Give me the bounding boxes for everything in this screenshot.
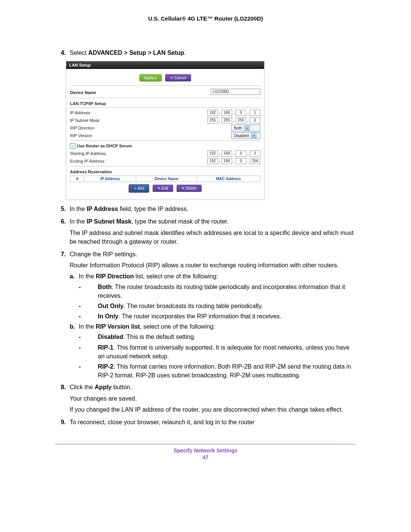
th-num: # <box>70 176 84 182</box>
ip-octet[interactable]: 192 <box>207 158 218 164</box>
sub-label: b. <box>70 322 79 331</box>
footer-page-number: 47 <box>55 454 356 460</box>
end-ip-label: Ending IP Address <box>70 159 207 163</box>
ip-address-field[interactable]: 192. 168. 0. 1 <box>207 110 260 116</box>
substep-b: b. In the RIP Version list, select one o… <box>70 322 356 331</box>
sub-label: a. <box>70 272 79 281</box>
text: . The router broadcasts its routing tabl… <box>124 303 263 309</box>
subnet-label: IP Subnet Mask <box>70 118 207 123</box>
paragraph: If you changed the LAN IP address of the… <box>70 405 356 414</box>
chevron-down-icon: ▾ <box>251 133 256 138</box>
text-bold: ADVANCED > Setup > LAN Setup <box>88 50 184 56</box>
text: button. <box>112 384 132 390</box>
ip-octet[interactable]: 192 <box>207 150 218 157</box>
lan-tcpip-label: LAN TCP/IP Setup <box>70 101 260 106</box>
paragraph: Router Information Protocol (RIP) allows… <box>70 261 356 270</box>
text: Click the <box>70 384 95 390</box>
device-name-label: Device Name <box>70 90 211 95</box>
text-bold: RIP-2 <box>98 363 113 370</box>
ip-octet[interactable]: 168 <box>221 158 232 164</box>
chevron-down-icon: ▾ <box>244 125 250 131</box>
list-item: -Both. The router broadcasts its routing… <box>79 283 356 300</box>
text: In the <box>79 323 96 330</box>
step-number: 8. <box>55 383 70 416</box>
ip-octet[interactable]: 0 <box>250 117 260 123</box>
text: , type the subnet mask of the router. <box>131 218 228 225</box>
ip-octet[interactable]: 1 <box>250 110 260 116</box>
ip-octet[interactable]: 2 <box>250 150 260 157</box>
text: , select one of the following: <box>140 323 215 330</box>
rip-version-label: RIP Version <box>70 133 231 138</box>
ip-octet[interactable]: 255 <box>221 117 232 123</box>
substep-a: a. In the RIP Direction list, select one… <box>70 272 356 281</box>
subnet-field[interactable]: 255. 255. 255. 0 <box>207 117 260 123</box>
list-item: -Disabled. This is the default setting. <box>79 332 356 341</box>
select-value: Disabled <box>234 134 249 138</box>
rip-direction-select[interactable]: Both ▾ <box>231 125 260 131</box>
end-ip-field[interactable]: 192. 168. 0. 254 <box>207 158 260 164</box>
device-name-input[interactable]: LG2200D <box>211 89 260 95</box>
text: . This format carries more information. … <box>98 363 351 379</box>
lan-setup-screenshot: LAN Setup Apply ▸ ✕ Cancel Device Name L… <box>66 61 264 200</box>
text: To reconnect, close your browser, relaun… <box>70 418 356 427</box>
text-bold: IP Address <box>86 206 118 212</box>
text-bold: RIP Version list <box>96 323 140 330</box>
step-5: 5. In the IP Address field, type the IP … <box>55 204 356 216</box>
text: list, select one of the following: <box>134 273 218 280</box>
ip-octet[interactable]: 0 <box>236 158 246 164</box>
th-ip: IP Address <box>84 176 136 182</box>
rip-version-select[interactable]: Disabled ▾ <box>231 132 260 139</box>
ip-octet[interactable]: 255 <box>236 117 246 123</box>
rip-direction-label: RIP Direction <box>70 126 231 130</box>
text: . This is the default setting. <box>123 334 196 340</box>
dhcp-checkbox[interactable]: ✓ <box>70 143 75 149</box>
text-bold: Both <box>98 284 112 290</box>
ip-octet[interactable]: 168 <box>221 150 232 157</box>
ip-octet[interactable]: 255 <box>207 117 218 123</box>
dhcp-label: Use Router as DHCP Server <box>77 144 132 148</box>
text-bold: Disabled <box>98 334 123 340</box>
list-item: -Out Only. The router broadcasts its rou… <box>79 302 356 310</box>
add-button[interactable]: ＋Add <box>129 184 149 193</box>
text-bold: In Only <box>98 313 118 320</box>
ip-octet[interactable]: 0 <box>236 110 246 116</box>
edit-button[interactable]: ✎ Edit <box>153 185 173 192</box>
text-bold: RIP Direction <box>96 273 134 280</box>
step-number: 5. <box>55 204 70 216</box>
footer-rule <box>55 444 356 444</box>
text: In the <box>70 218 86 225</box>
start-ip-field[interactable]: 192. 168. 0. 2 <box>207 150 260 157</box>
text-bold: IP Subnet Mask <box>86 218 131 225</box>
th-device: Device Name <box>136 176 197 182</box>
reservation-label: Address Reservation <box>70 169 260 174</box>
list-item: -RIP-2. This format carries more informa… <box>79 362 356 380</box>
text: In the <box>70 206 86 212</box>
select-value: Both <box>234 126 242 130</box>
text: In the <box>79 273 96 280</box>
start-ip-label: Starting IP Address <box>70 151 207 156</box>
text: . The router broadcasts its routing tabl… <box>98 284 345 299</box>
document-header: U.S. Cellular® 4G LTE™ Router (LG2200D) <box>55 15 356 22</box>
list-item: -In Only. The router incorporates the RI… <box>79 312 356 321</box>
reservation-table: # IP Address Device Name MAC Address <box>70 176 260 182</box>
footer-section: Specify Network Settings <box>55 447 356 454</box>
step-number: 6. <box>55 217 70 248</box>
delete-button[interactable]: ✕ Delete <box>177 185 202 192</box>
paragraph: The IP address and subnet mask identifie… <box>70 228 356 246</box>
step-number: 9. <box>55 418 70 429</box>
th-mac: MAC Address <box>197 176 260 182</box>
step-number: 4. <box>55 48 70 59</box>
ip-octet[interactable]: 254 <box>250 158 260 164</box>
ip-address-label: IP Address <box>70 110 207 115</box>
apply-button[interactable]: Apply ▸ <box>139 74 162 81</box>
panel-title: LAN Setup <box>66 61 264 69</box>
paragraph: Your changes are saved. <box>70 394 356 403</box>
ip-octet[interactable]: 192 <box>207 110 218 116</box>
ip-octet[interactable]: 0 <box>236 150 246 157</box>
text-bold: Out Only <box>98 303 124 309</box>
cancel-button[interactable]: ✕ Cancel <box>165 74 191 81</box>
text: . <box>184 50 186 56</box>
text: field, type the IP address. <box>118 206 188 212</box>
ip-octet[interactable]: 168 <box>221 110 232 116</box>
list-item: -RIP-1. This format is universally suppo… <box>79 343 356 361</box>
